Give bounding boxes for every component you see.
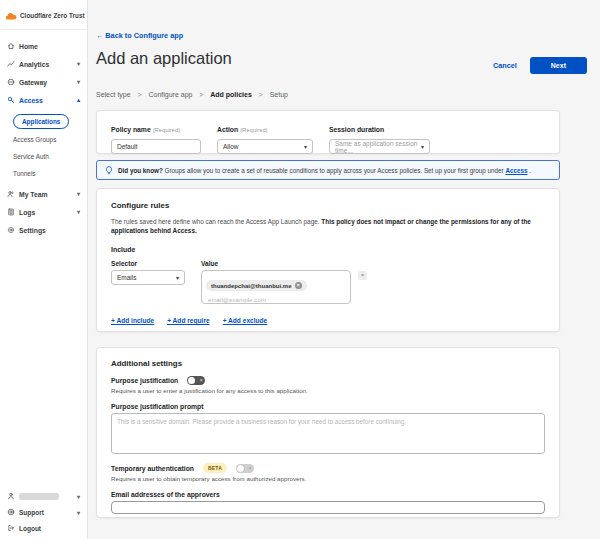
sidebar-item-access[interactable]: Access ▴ [0, 91, 87, 109]
temporary-authentication-toggle[interactable]: × [236, 464, 254, 473]
purpose-justification-toggle[interactable]: × [187, 376, 205, 385]
dropdown-caret-icon: ▾ [176, 274, 179, 281]
sidebar-item-applications[interactable]: Applications [13, 114, 69, 129]
email-tag-text: thuandepchai@thuanbui.me [211, 283, 292, 289]
step-add-policies[interactable]: Add policies [210, 91, 252, 98]
sidebar-item-home[interactable]: Home [0, 37, 87, 55]
email-value-input[interactable] [206, 296, 336, 303]
banner-text: Did you know? Groups allow you to create… [118, 167, 531, 174]
sidebar-item-label: Gateway [19, 79, 47, 86]
session-duration-value: Same as application session time... [335, 140, 421, 154]
policy-name-label: Policy name [111, 126, 151, 133]
required-hint: (Required) [240, 127, 267, 133]
sidebar-item-service-auth[interactable]: Service Auth [13, 148, 87, 165]
policy-name-group: Policy name(Required) [111, 118, 201, 146]
approvers-label: Email addresses of the approvers [111, 491, 545, 498]
purpose-justification-label: Purpose justification [111, 377, 178, 384]
sidebar-item-label: Logout [19, 525, 41, 532]
sidebar-item-label: Home [19, 43, 38, 50]
did-you-know-banner: Did you know? Groups allow you to create… [96, 160, 560, 180]
step-separator: > [259, 91, 263, 98]
user-icon [7, 492, 15, 500]
breadcrumb-steps: Select type > Configure app > Add polici… [96, 91, 288, 98]
additional-settings-title: Additional settings [111, 359, 545, 368]
sidebar-item-support[interactable]: Support ▾ [0, 504, 87, 520]
step-separator: > [199, 91, 203, 98]
next-button[interactable]: Next [530, 57, 587, 74]
purpose-justification-row: Purpose justification × [111, 376, 545, 385]
session-duration-label: Session duration [329, 126, 384, 133]
approvers-email-input[interactable] [111, 501, 545, 514]
back-arrow-icon: ← [96, 31, 103, 40]
value-tag-input[interactable]: thuandepchai@thuanbui.me × [201, 270, 351, 304]
sidebar-item-label: My Team [19, 191, 48, 198]
team-icon [7, 190, 15, 198]
sidebar-item-label: Settings [19, 227, 46, 234]
toggle-knob [237, 465, 244, 472]
additional-settings-card: Additional settings Purpose justificatio… [96, 347, 560, 518]
toggle-off-icon: × [200, 376, 203, 385]
sidebar-item-logs[interactable]: Logs ▾ [0, 203, 87, 221]
action-select[interactable]: Allow ▾ [217, 139, 313, 154]
dropdown-caret-icon: ▾ [421, 143, 424, 150]
selector-label: Selector [111, 260, 185, 267]
page-title: Add an application [96, 49, 232, 68]
toggle-knob [188, 377, 195, 384]
logo-row[interactable]: Cloudflare Zero Trust [0, 0, 87, 30]
remove-email-tag-icon[interactable]: × [295, 282, 302, 289]
add-exclude-link[interactable]: + Add exclude [223, 317, 268, 324]
step-configure-app[interactable]: Configure app [148, 91, 192, 98]
temporary-authentication-label: Temporary authentication [111, 465, 194, 472]
sidebar-item-label: Analytics [19, 61, 49, 68]
back-to-configure-app-link[interactable]: ← Back to Configure app [96, 31, 183, 40]
support-icon [7, 508, 15, 516]
sidebar-item-label: Support [19, 509, 44, 516]
sidebar: Cloudflare Zero Trust Home Analytics ▾ G… [0, 0, 88, 539]
chevron-down-icon: ▾ [77, 209, 80, 215]
sidebar-item-access-groups[interactable]: Access Groups [13, 131, 87, 148]
sidebar-item-logout[interactable]: Logout [0, 520, 87, 536]
sidebar-nav: Home Analytics ▾ Gateway ▾ Access ▴ Appl… [0, 30, 87, 239]
value-group: Value thuandepchai@thuanbui.me × [201, 260, 351, 304]
cancel-button[interactable]: Cancel [493, 61, 517, 70]
access-link[interactable]: Access [505, 167, 527, 174]
selector-select[interactable]: Emails ▾ [111, 270, 185, 285]
step-separator: > [138, 91, 142, 98]
step-setup[interactable]: Setup [270, 91, 288, 98]
selector-group: Selector Emails ▾ [111, 260, 185, 285]
required-hint: (Required) [153, 127, 180, 133]
gear-icon [7, 226, 15, 234]
add-include-link[interactable]: + Add include [111, 317, 154, 324]
purpose-justification-description: Requires a user to enter a justification… [111, 387, 545, 394]
banner-lead: Did you know? [118, 167, 163, 174]
step-select-type[interactable]: Select type [96, 91, 131, 98]
sidebar-item-tunnels[interactable]: Tunnels [13, 165, 87, 182]
cloudflare-zero-trust-screen: Cloudflare Zero Trust Home Analytics ▾ G… [0, 0, 600, 539]
add-require-link[interactable]: + Add require [167, 317, 209, 324]
action-group: Action(Required) Allow ▾ [217, 118, 313, 146]
sidebar-item-analytics[interactable]: Analytics ▾ [0, 55, 87, 73]
banner-body: Groups allow you to create a set of reus… [163, 167, 506, 174]
sidebar-item-gateway[interactable]: Gateway ▾ [0, 73, 87, 91]
email-tag: thuandepchai@thuanbui.me × [206, 280, 307, 291]
dropdown-caret-icon: ▾ [304, 143, 307, 150]
chevron-down-icon: ▾ [77, 61, 80, 67]
policy-card: Policy name(Required) Action(Required) A… [96, 110, 560, 154]
rules-desc-normal: The rules saved here define who can reac… [111, 218, 321, 225]
sidebar-item-settings[interactable]: Settings [0, 221, 87, 239]
purpose-prompt-textarea[interactable] [111, 413, 545, 454]
session-duration-select[interactable]: Same as application session time... ▾ [329, 139, 430, 154]
policy-name-input[interactable] [111, 139, 201, 154]
sidebar-item-label: Access [19, 97, 43, 104]
access-icon [7, 96, 15, 104]
logs-icon [7, 208, 15, 216]
chevron-down-icon: ▾ [77, 509, 80, 516]
sidebar-footer: ▾ Support ▾ Logout [0, 488, 87, 536]
remove-rule-button[interactable]: × [358, 271, 367, 280]
user-account-row[interactable]: ▾ [0, 488, 87, 504]
add-links-row: + Add include + Add require + Add exclud… [111, 317, 545, 324]
temporary-authentication-row: Temporary authentication BETA × [111, 463, 545, 473]
cloudflare-logo-icon [6, 6, 17, 24]
sidebar-item-my-team[interactable]: My Team ▾ [0, 185, 87, 203]
chevron-down-icon: ▾ [77, 191, 80, 197]
